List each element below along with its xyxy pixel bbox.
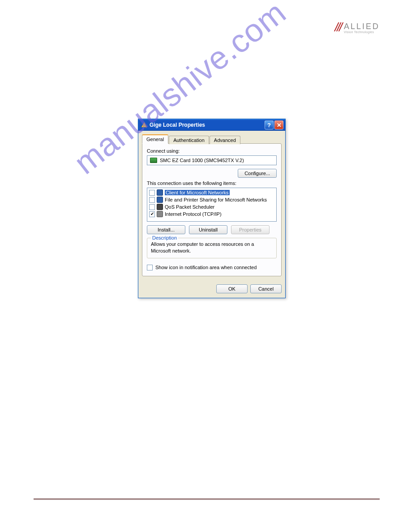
list-item-label: Client for Microsoft Networks [165, 190, 230, 195]
adapter-name: SMC EZ Card 1000 (SMC9452TX V.2) [160, 158, 244, 163]
items-label: This connection uses the following items… [147, 180, 277, 186]
description-text: Allows your computer to access resources… [151, 241, 273, 254]
properties-button: Properties [231, 225, 270, 234]
tcpip-icon [157, 211, 163, 217]
list-item-label: Internet Protocol (TCP/IP) [165, 211, 222, 217]
tab-advanced[interactable]: Advanced [210, 136, 240, 144]
brand-logo: /// ALLIED Vision Technologies [335, 22, 380, 34]
close-button[interactable]: ✕ [274, 120, 283, 129]
description-group: Description Allows your computer to acce… [147, 238, 277, 258]
connection-items-list[interactable]: Client for Microsoft Networks File and P… [147, 188, 277, 222]
tab-pane-general: Connect using: SMC EZ Card 1000 (SMC9452… [142, 143, 282, 276]
list-item[interactable]: Internet Protocol (TCP/IP) [148, 210, 275, 218]
checkbox[interactable] [149, 204, 155, 210]
configure-button[interactable]: Configure... [238, 169, 277, 178]
list-item-label: File and Printer Sharing for Microsoft N… [165, 197, 267, 202]
logo-subtext: Vision Technologies [344, 30, 380, 34]
checkbox[interactable] [149, 211, 155, 217]
list-item[interactable]: Client for Microsoft Networks [148, 189, 275, 196]
file-printer-share-icon [157, 197, 163, 203]
show-icon-label: Show icon in notification area when conn… [155, 265, 257, 270]
dialog-footer: OK Cancel [138, 281, 285, 298]
qos-icon [157, 204, 163, 210]
checkbox[interactable] [149, 190, 155, 196]
ok-button[interactable]: OK [216, 284, 248, 293]
uninstall-button[interactable]: Uninstall [189, 225, 227, 234]
window-title: Gige Local Properties [150, 122, 205, 128]
cancel-button[interactable]: Cancel [250, 284, 282, 293]
checkbox[interactable] [149, 197, 155, 203]
install-button[interactable]: Install... [147, 225, 185, 234]
properties-dialog: Gige Local Properties ? ✕ General Authen… [138, 119, 286, 298]
logo-name: ALLIED [344, 22, 380, 30]
logo-slashes-icon: /// [335, 22, 341, 32]
list-item[interactable]: File and Printer Sharing for Microsoft N… [148, 196, 275, 203]
page-footer-divider [34, 498, 380, 500]
network-card-icon [150, 158, 157, 163]
connect-using-label: Connect using: [147, 148, 277, 154]
tab-general[interactable]: General [142, 134, 168, 144]
show-icon-checkbox[interactable] [147, 265, 153, 270]
client-icon [157, 189, 163, 196]
description-legend: Description [151, 235, 178, 240]
titlebar[interactable]: Gige Local Properties ? ✕ [138, 119, 285, 131]
adapter-field[interactable]: SMC EZ Card 1000 (SMC9452TX V.2) [147, 155, 277, 165]
help-button[interactable]: ? [265, 120, 274, 129]
window-icon [141, 122, 147, 128]
svg-marker-0 [141, 122, 147, 127]
list-item-label: QoS Packet Scheduler [165, 204, 214, 210]
tab-authentication[interactable]: Authentication [169, 136, 209, 144]
tab-strip: General Authentication Advanced [142, 134, 282, 144]
list-item[interactable]: QoS Packet Scheduler [148, 203, 275, 210]
